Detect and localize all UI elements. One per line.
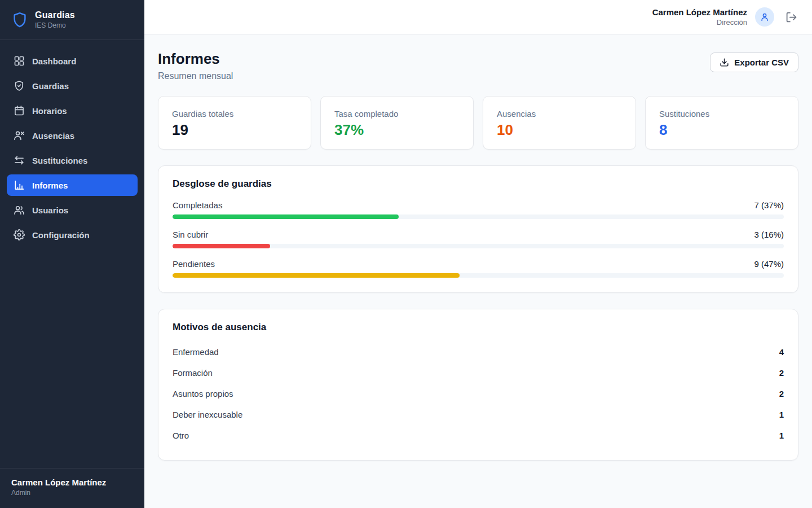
stat-value: 10	[497, 121, 622, 139]
calendar-icon	[14, 105, 25, 116]
bar-value: 7 (37%)	[754, 200, 784, 210]
sidebar-item-label: Configuración	[32, 230, 90, 240]
user-icon	[760, 12, 770, 22]
reason-value: 2	[779, 389, 784, 398]
page-head: Informes Resumen mensual Exportar CSV	[158, 50, 798, 81]
shield-logo-icon	[11, 11, 28, 28]
app-name: Guardias	[35, 10, 75, 20]
sidebar-item-label: Horarios	[32, 106, 67, 116]
breakdown-row-sin-cubrir: Sin cubrir 3 (16%)	[173, 230, 784, 248]
export-csv-button[interactable]: Exportar CSV	[710, 52, 798, 72]
reason-row-otro: Otro 1	[173, 425, 784, 445]
sidebar: Guardias IES Demo Dashboard Guardias	[0, 0, 144, 508]
absence-reasons-card: Motivos de ausencia Enfermedad 4 Formaci…	[158, 309, 798, 461]
sidebar-user-role: Admin	[11, 489, 133, 497]
bar-label: Sin cubrir	[173, 230, 208, 239]
app-subtitle: IES Demo	[35, 21, 75, 29]
reason-row-enfermedad: Enfermedad 4	[173, 341, 784, 362]
sidebar-item-label: Usuarios	[32, 205, 68, 215]
export-csv-label: Exportar CSV	[734, 58, 789, 67]
progress-fill	[173, 244, 270, 248]
reason-value: 1	[779, 410, 784, 419]
bar-value: 3 (16%)	[754, 230, 784, 239]
sidebar-item-informes[interactable]: Informes	[7, 174, 138, 196]
sidebar-nav: Dashboard Guardias Horarios	[0, 40, 144, 256]
download-icon	[720, 58, 729, 67]
stat-cards: Guardias totales 19 Tasa completado 37% …	[158, 96, 798, 150]
sidebar-item-configuracion[interactable]: Configuración	[7, 224, 138, 246]
main-area: Carmen López Martínez Dirección	[144, 0, 812, 508]
stat-label: Ausencias	[497, 109, 622, 119]
progress-fill	[173, 273, 460, 278]
sidebar-item-label: Informes	[32, 181, 68, 190]
absence-reasons-title: Motivos de ausencia	[173, 322, 784, 333]
topbar: Carmen López Martínez Dirección	[144, 0, 812, 34]
reason-label: Enfermedad	[173, 347, 219, 357]
bar-chart-icon	[14, 179, 25, 191]
stat-label: Sustituciones	[659, 109, 784, 119]
progress-fill	[173, 214, 399, 219]
stat-card-tasa-completado: Tasa completado 37%	[320, 96, 474, 150]
topbar-user-name: Carmen López Martínez	[652, 7, 747, 17]
sidebar-item-horarios[interactable]: Horarios	[7, 100, 138, 121]
sidebar-user-name: Carmen López Martínez	[11, 478, 133, 487]
topbar-user-info: Carmen López Martínez Dirección	[652, 7, 747, 27]
page-title: Informes	[158, 50, 233, 68]
stat-label: Guardias totales	[172, 109, 297, 119]
breakdown-row-pendientes: Pendientes 9 (47%)	[173, 259, 784, 278]
absence-reasons-list: Enfermedad 4 Formación 2 Asuntos propios…	[173, 341, 784, 445]
avatar[interactable]	[755, 7, 774, 27]
app-logo: Guardias IES Demo	[0, 0, 144, 40]
breakdown-title: Desglose de guardias	[173, 178, 784, 190]
sidebar-item-ausencias[interactable]: Ausencias	[7, 125, 138, 146]
stat-card-guardias-totales: Guardias totales 19	[158, 96, 311, 150]
shield-check-icon	[14, 80, 25, 91]
stat-label: Tasa completado	[334, 109, 460, 119]
dashboard-grid-icon	[14, 55, 25, 67]
content: Informes Resumen mensual Exportar CSV Gu…	[144, 34, 812, 508]
reason-label: Otro	[173, 431, 189, 440]
logout-icon	[785, 11, 797, 23]
reason-row-deber-inexcusable: Deber inexcusable 1	[173, 404, 784, 424]
reason-value: 2	[779, 368, 784, 378]
bar-value: 9 (47%)	[754, 259, 784, 269]
stat-value: 8	[659, 121, 784, 139]
breakdown-card: Desglose de guardias Completadas 7 (37%)…	[158, 165, 798, 293]
sidebar-item-label: Sustituciones	[32, 156, 87, 165]
page-subtitle: Resumen mensual	[158, 71, 233, 81]
reason-label: Deber inexcusable	[173, 410, 242, 419]
stat-value: 37%	[334, 121, 460, 139]
sidebar-item-sustituciones[interactable]: Sustituciones	[7, 150, 138, 171]
sidebar-item-guardias[interactable]: Guardias	[7, 75, 138, 97]
sidebar-item-dashboard[interactable]: Dashboard	[7, 50, 138, 72]
reason-label: Asuntos propios	[173, 389, 233, 398]
stat-card-ausencias: Ausencias 10	[483, 96, 636, 150]
bar-label: Pendientes	[173, 259, 215, 269]
swap-arrows-icon	[14, 155, 25, 166]
stat-card-sustituciones: Sustituciones 8	[645, 96, 798, 150]
topbar-user-role: Dirección	[652, 18, 747, 27]
progress-track	[173, 273, 784, 278]
reason-value: 4	[779, 347, 784, 357]
sidebar-user-info: Carmen López Martínez Admin	[0, 468, 144, 508]
bar-label: Completadas	[173, 200, 222, 210]
gear-icon	[14, 229, 25, 240]
reason-label: Formación	[173, 368, 213, 378]
logout-button[interactable]	[785, 11, 797, 23]
sidebar-item-label: Ausencias	[32, 131, 74, 141]
reason-row-formacion: Formación 2	[173, 362, 784, 383]
reason-value: 1	[779, 431, 784, 440]
user-x-icon	[14, 130, 25, 141]
sidebar-item-usuarios[interactable]: Usuarios	[7, 199, 138, 221]
breakdown-row-completadas: Completadas 7 (37%)	[173, 200, 784, 219]
progress-track	[173, 214, 784, 219]
sidebar-item-label: Guardias	[32, 81, 69, 91]
users-icon	[14, 204, 25, 216]
progress-track	[173, 244, 784, 248]
reason-row-asuntos-propios: Asuntos propios 2	[173, 383, 784, 404]
sidebar-item-label: Dashboard	[32, 56, 76, 66]
stat-value: 19	[172, 121, 297, 139]
